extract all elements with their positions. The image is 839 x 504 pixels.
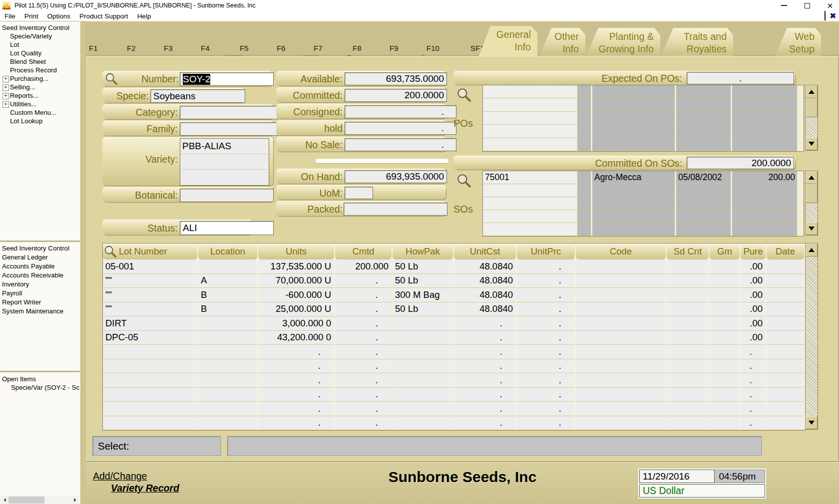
table-cell[interactable]: 50 Lb bbox=[393, 259, 454, 274]
table-cell[interactable] bbox=[667, 345, 710, 359]
variety-line[interactable] bbox=[180, 154, 269, 170]
module-accounts-payable[interactable]: Accounts Payable bbox=[0, 262, 80, 271]
table-cell[interactable]: 200.000 bbox=[335, 259, 393, 274]
table-cell[interactable] bbox=[710, 331, 741, 345]
pos-scrollbar[interactable] bbox=[805, 85, 818, 151]
table-cell[interactable]: . bbox=[741, 345, 767, 359]
scroll-down-icon[interactable] bbox=[806, 137, 818, 150]
tree-item-selling-[interactable]: +Selling... bbox=[0, 83, 80, 91]
table-cell[interactable] bbox=[667, 302, 710, 317]
table-row[interactable]: ..... bbox=[103, 388, 805, 402]
table-cell[interactable] bbox=[576, 345, 667, 359]
table-cell[interactable]: . bbox=[454, 359, 517, 374]
tree-item-blend-sheet[interactable]: Blend Sheet bbox=[0, 57, 80, 66]
table-cell[interactable] bbox=[710, 274, 741, 288]
scroll-up-icon[interactable] bbox=[806, 171, 818, 184]
table-cell[interactable]: 50 Lb bbox=[393, 274, 454, 288]
table-cell[interactable] bbox=[103, 416, 198, 431]
table-cell[interactable] bbox=[767, 316, 805, 331]
table-cell[interactable]: . bbox=[258, 402, 335, 416]
pos-grid-cell[interactable] bbox=[483, 112, 577, 125]
table-cell[interactable] bbox=[710, 288, 741, 302]
table-cell[interactable]: 48.0840 bbox=[454, 288, 517, 302]
table-cell[interactable]: 48.0840 bbox=[454, 259, 517, 274]
number-search-icon[interactable] bbox=[105, 72, 118, 85]
pos-grid-cell[interactable] bbox=[577, 98, 592, 111]
pos-grid-cell[interactable] bbox=[483, 85, 577, 98]
consigned-field[interactable]: . bbox=[345, 105, 456, 118]
pos-grid-cell[interactable] bbox=[483, 138, 577, 151]
table-cell[interactable]: .00 bbox=[741, 259, 767, 274]
close-button[interactable]: ✕ bbox=[825, 1, 835, 9]
open-item[interactable]: Specie/Var (SOY-2 - Sc bbox=[0, 383, 80, 392]
pos-grid-cell[interactable] bbox=[732, 112, 799, 125]
sos-grid-cell[interactable]: Agro-Mecca bbox=[592, 171, 676, 184]
pos-grid-cell[interactable] bbox=[592, 138, 676, 151]
menu-print[interactable]: Print bbox=[20, 12, 43, 20]
table-cell[interactable] bbox=[767, 259, 805, 274]
pos-grid-cell[interactable] bbox=[577, 125, 592, 138]
table-cell[interactable] bbox=[198, 316, 258, 331]
table-cell[interactable] bbox=[667, 402, 710, 416]
expand-plus-icon[interactable]: + bbox=[2, 101, 9, 108]
table-cell[interactable]: .00 bbox=[741, 331, 767, 345]
table-cell[interactable] bbox=[198, 373, 258, 388]
pos-grid-cell[interactable] bbox=[592, 112, 676, 125]
scroll-up-icon[interactable] bbox=[806, 85, 818, 98]
table-cell[interactable] bbox=[767, 302, 805, 317]
pos-grid-cell[interactable] bbox=[676, 85, 732, 98]
table-cell[interactable] bbox=[103, 373, 198, 388]
table-cell[interactable]: . bbox=[258, 345, 335, 359]
table-cell[interactable]: . bbox=[517, 402, 576, 416]
table-cell[interactable]: . bbox=[454, 345, 517, 359]
table-cell[interactable] bbox=[767, 416, 805, 431]
pos-grid-cell[interactable] bbox=[732, 138, 799, 151]
table-cell[interactable]: . bbox=[741, 416, 767, 431]
lot-table-scrollbar[interactable] bbox=[805, 243, 818, 430]
table-cell[interactable] bbox=[710, 359, 741, 374]
menu-help[interactable]: Help bbox=[133, 12, 156, 20]
table-cell[interactable] bbox=[576, 388, 667, 402]
table-cell[interactable] bbox=[103, 359, 198, 374]
pos-grid-cell[interactable] bbox=[732, 98, 799, 111]
sos-grid-cell[interactable] bbox=[577, 210, 592, 223]
number-input[interactable]: SOY-2 bbox=[180, 72, 274, 86]
table-cell[interactable] bbox=[667, 274, 710, 288]
variety-line[interactable] bbox=[180, 170, 269, 185]
pos-grid-cell[interactable] bbox=[676, 138, 732, 151]
table-cell[interactable]: . bbox=[517, 259, 576, 274]
table-cell[interactable]: . bbox=[335, 373, 393, 388]
table-cell[interactable]: . bbox=[517, 302, 576, 317]
module-report-writer[interactable]: Report Writer bbox=[0, 298, 80, 307]
menu-options[interactable]: Options bbox=[43, 12, 75, 20]
table-cell[interactable]: . bbox=[335, 302, 393, 317]
table-cell[interactable] bbox=[198, 388, 258, 402]
table-cell[interactable] bbox=[576, 402, 667, 416]
sos-grid-cell[interactable] bbox=[483, 197, 577, 210]
minimize-button[interactable] bbox=[779, 1, 789, 9]
tree-item-custom-menu-[interactable]: Custom Menu... bbox=[0, 108, 80, 117]
table-cell[interactable] bbox=[767, 345, 805, 359]
tree-item-utilities-[interactable]: +Utilities... bbox=[0, 100, 80, 108]
table-cell[interactable] bbox=[710, 345, 741, 359]
sos-grid-cell[interactable]: 75001 bbox=[483, 171, 577, 184]
table-cell[interactable] bbox=[576, 359, 667, 374]
table-row[interactable]: ""B-600.000 U.300 M Bag48.0840..00 bbox=[103, 288, 805, 302]
sos-grid-cell[interactable] bbox=[577, 171, 592, 184]
table-cell[interactable]: . bbox=[335, 402, 393, 416]
module-payroll[interactable]: Payroll bbox=[0, 289, 80, 298]
category-input[interactable] bbox=[180, 106, 278, 119]
table-cell[interactable] bbox=[767, 359, 805, 374]
table-cell[interactable] bbox=[198, 416, 258, 431]
table-cell[interactable] bbox=[198, 345, 258, 359]
restore-button[interactable] bbox=[802, 1, 812, 9]
table-cell[interactable]: . bbox=[741, 402, 767, 416]
table-cell[interactable]: "" bbox=[103, 274, 198, 288]
table-cell[interactable] bbox=[576, 288, 667, 302]
table-cell[interactable] bbox=[393, 331, 454, 345]
expand-plus-icon[interactable]: + bbox=[2, 93, 9, 99]
table-cell[interactable]: . bbox=[335, 288, 393, 302]
variety-input[interactable]: PBB-ALIAS bbox=[180, 138, 269, 186]
table-cell[interactable]: . bbox=[517, 288, 576, 302]
sos-grid-cell[interactable] bbox=[577, 223, 592, 236]
